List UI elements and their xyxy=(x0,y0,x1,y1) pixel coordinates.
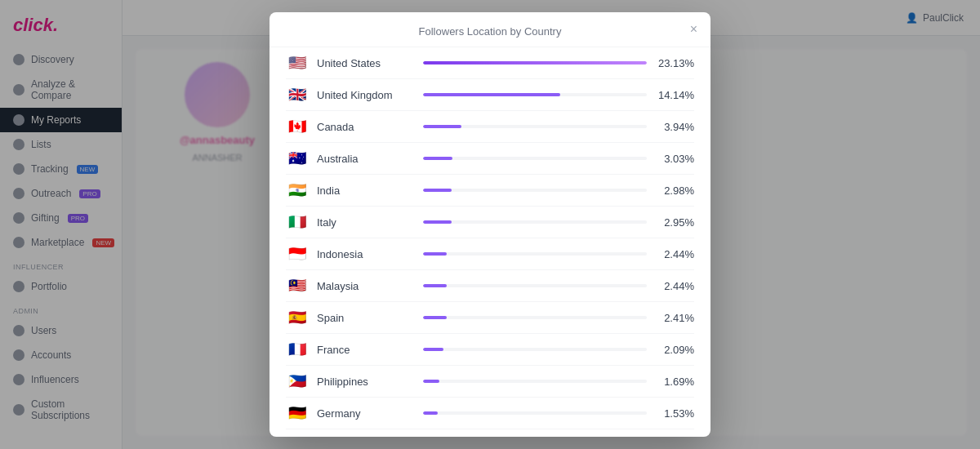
country-flag: 🇮🇹 xyxy=(286,214,309,230)
modal-body: 🇺🇸 United States 23.13% 🇬🇧 United Kingdo… xyxy=(270,47,710,437)
country-percentage: 2.44% xyxy=(655,280,694,292)
modal-close-button[interactable]: × xyxy=(690,23,697,36)
country-bar-container xyxy=(423,284,647,287)
country-flag: 🇦🇺 xyxy=(286,150,309,167)
country-bar-fill xyxy=(423,220,452,224)
country-percentage: 2.41% xyxy=(655,312,694,324)
country-bar-container xyxy=(423,189,647,192)
country-name: United Kingdom xyxy=(317,89,415,101)
country-percentage: 3.03% xyxy=(655,153,694,165)
country-bar-container xyxy=(423,61,647,64)
country-row: 🇫🇷 France 2.09% xyxy=(286,334,694,366)
country-modal: Followers Location by Country × 🇺🇸 Unite… xyxy=(270,12,710,437)
modal-overlay[interactable]: Followers Location by Country × 🇺🇸 Unite… xyxy=(0,0,980,449)
country-row: 🇬🇧 United Kingdom 14.14% xyxy=(286,79,694,111)
country-bar-fill xyxy=(423,93,560,96)
country-row: 🇮🇩 Indonesia 2.44% xyxy=(286,238,694,270)
country-row: 🇵🇭 Philippines 1.69% xyxy=(286,366,694,398)
country-row: 🇻🇳 Vietnam 1.31% xyxy=(286,429,694,437)
country-flag: 🇬🇧 xyxy=(286,87,309,103)
country-flag: 🇫🇷 xyxy=(286,341,309,358)
modal-title: Followers Location by Country xyxy=(419,25,562,38)
country-percentage: 3.94% xyxy=(655,121,694,133)
country-name: United States xyxy=(317,57,415,69)
country-name: Germany xyxy=(317,407,415,420)
country-flag: 🇵🇭 xyxy=(286,373,309,389)
country-bar-container xyxy=(423,252,647,256)
country-bar-fill xyxy=(423,316,447,319)
country-name: Italy xyxy=(317,216,415,229)
country-percentage: 23.13% xyxy=(655,57,694,69)
country-flag: 🇺🇸 xyxy=(286,55,309,71)
country-bar-container xyxy=(423,411,647,415)
country-percentage: 1.53% xyxy=(655,407,694,420)
country-flag: 🇮🇩 xyxy=(286,246,309,262)
country-name: France xyxy=(317,344,415,356)
country-bar-fill xyxy=(423,125,461,128)
country-name: India xyxy=(317,184,415,197)
country-percentage: 14.14% xyxy=(655,89,694,101)
country-row: 🇩🇪 Germany 1.53% xyxy=(286,398,694,429)
country-bar-fill xyxy=(423,380,439,383)
country-bar-container xyxy=(423,380,647,383)
country-bar-fill xyxy=(423,189,452,192)
country-row: 🇨🇦 Canada 3.94% xyxy=(286,111,694,143)
country-bar-fill xyxy=(423,348,443,351)
country-row: 🇲🇾 Malaysia 2.44% xyxy=(286,270,694,302)
country-name: Malaysia xyxy=(317,280,415,292)
country-name: Australia xyxy=(317,153,415,165)
country-percentage: 2.44% xyxy=(655,248,694,260)
country-row: 🇦🇺 Australia 3.03% xyxy=(286,143,694,175)
country-row: 🇮🇹 Italy 2.95% xyxy=(286,207,694,238)
country-name: Canada xyxy=(317,121,415,133)
country-flag: 🇲🇾 xyxy=(286,278,309,294)
country-row: 🇺🇸 United States 23.13% xyxy=(286,47,694,79)
country-bar-container xyxy=(423,316,647,319)
country-name: Philippines xyxy=(317,376,415,388)
country-bar-fill xyxy=(423,61,647,64)
modal-header: Followers Location by Country × xyxy=(270,12,710,47)
country-bar-container xyxy=(423,93,647,96)
country-row: 🇪🇸 Spain 2.41% xyxy=(286,302,694,334)
country-percentage: 2.09% xyxy=(655,344,694,356)
country-bar-container xyxy=(423,348,647,351)
country-row: 🇮🇳 India 2.98% xyxy=(286,175,694,207)
country-percentage: 2.98% xyxy=(655,184,694,197)
country-percentage: 2.95% xyxy=(655,216,694,229)
country-bar-fill xyxy=(423,284,447,287)
country-percentage: 1.69% xyxy=(655,376,694,388)
country-flag: 🇮🇳 xyxy=(286,182,309,198)
country-bar-container xyxy=(423,157,647,160)
country-bar-fill xyxy=(423,411,438,415)
country-flag: 🇨🇦 xyxy=(286,118,309,135)
country-name: Indonesia xyxy=(317,248,415,260)
country-bar-container xyxy=(423,125,647,128)
country-bar-container xyxy=(423,220,647,224)
country-flag: 🇪🇸 xyxy=(286,309,309,326)
country-name: Spain xyxy=(317,312,415,324)
country-bar-fill xyxy=(423,157,452,160)
country-bar-fill xyxy=(423,252,447,256)
country-flag: 🇩🇪 xyxy=(286,405,309,421)
